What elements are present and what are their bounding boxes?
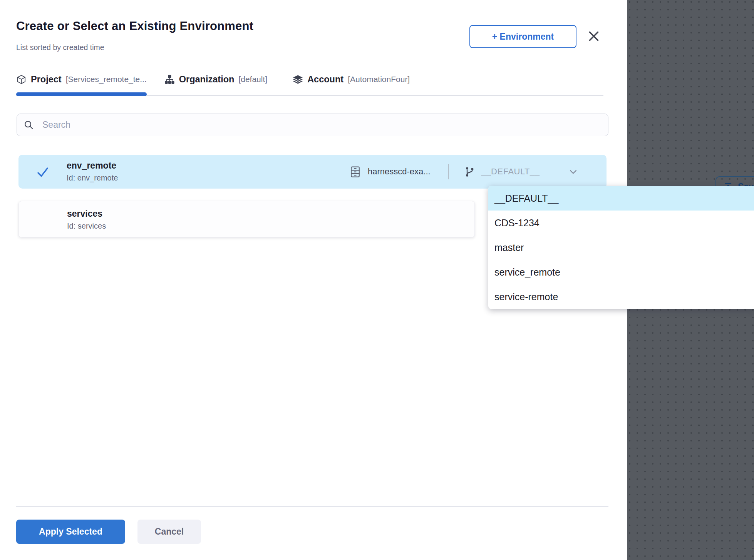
- tab-organization-label: Organization: [179, 74, 235, 85]
- environment-row-services[interactable]: services Id: services: [18, 201, 475, 237]
- branch-selector[interactable]: __DEFAULT__: [464, 166, 579, 178]
- footer-divider: [16, 506, 608, 507]
- environment-row-env-remote[interactable]: env_remote Id: env_remote harnesscd-exa.…: [18, 155, 607, 189]
- chevron-down-icon: [568, 167, 578, 177]
- repository-icon: [349, 165, 362, 178]
- tab-account-label: Account: [307, 74, 343, 85]
- cube-icon: [16, 74, 27, 85]
- environment-id: Id: services: [67, 222, 106, 231]
- search-input[interactable]: [42, 114, 608, 136]
- search-icon: [23, 120, 34, 130]
- search-box: [17, 114, 608, 136]
- scope-tabs: Project [Services_remote_te... Organizat…: [16, 70, 603, 97]
- environment-git-meta: harnesscd-exa... __DEFAULT__: [349, 155, 578, 189]
- sitemap-icon: [164, 74, 175, 85]
- branch-option[interactable]: master: [488, 235, 754, 260]
- close-button[interactable]: [585, 28, 602, 45]
- tab-account-scope: [AutomationFour]: [348, 75, 410, 84]
- tab-organization[interactable]: Organization [default]: [164, 70, 267, 88]
- divider: [448, 164, 449, 179]
- cancel-button[interactable]: Cancel: [137, 520, 201, 544]
- apply-selected-button[interactable]: Apply Selected: [16, 520, 125, 544]
- branch-option[interactable]: __DEFAULT__: [488, 186, 754, 211]
- tab-organization-scope: [default]: [238, 75, 267, 84]
- check-icon: [36, 165, 50, 179]
- layers-icon: [293, 74, 303, 85]
- screen: Sav Create or Select an Existing Environ…: [0, 0, 754, 560]
- git-branch-icon: [464, 166, 476, 178]
- page-title: Create or Select an Existing Environment: [16, 19, 253, 33]
- tab-account[interactable]: Account [AutomationFour]: [293, 70, 410, 88]
- tab-project[interactable]: Project [Services_remote_te...: [16, 70, 147, 88]
- tab-project-label: Project: [31, 74, 62, 85]
- environment-id: Id: env_remote: [67, 174, 118, 182]
- repository-name: harnesscd-exa...: [368, 167, 431, 177]
- environment-name: services: [67, 209, 102, 219]
- branch-option[interactable]: service-remote: [488, 284, 754, 309]
- close-icon: [587, 29, 601, 43]
- branch-selector-value: __DEFAULT__: [481, 167, 540, 177]
- new-environment-button-label: + Environment: [492, 32, 554, 42]
- new-environment-button[interactable]: + Environment: [469, 25, 576, 48]
- branch-option[interactable]: service_remote: [488, 260, 754, 284]
- branch-dropdown-menu: __DEFAULT__ CDS-1234 master service_remo…: [488, 186, 754, 309]
- tab-project-scope: [Services_remote_te...: [66, 75, 147, 84]
- sort-note: List sorted by created time: [16, 43, 104, 52]
- branch-option[interactable]: CDS-1234: [488, 211, 754, 235]
- environment-name: env_remote: [67, 160, 116, 171]
